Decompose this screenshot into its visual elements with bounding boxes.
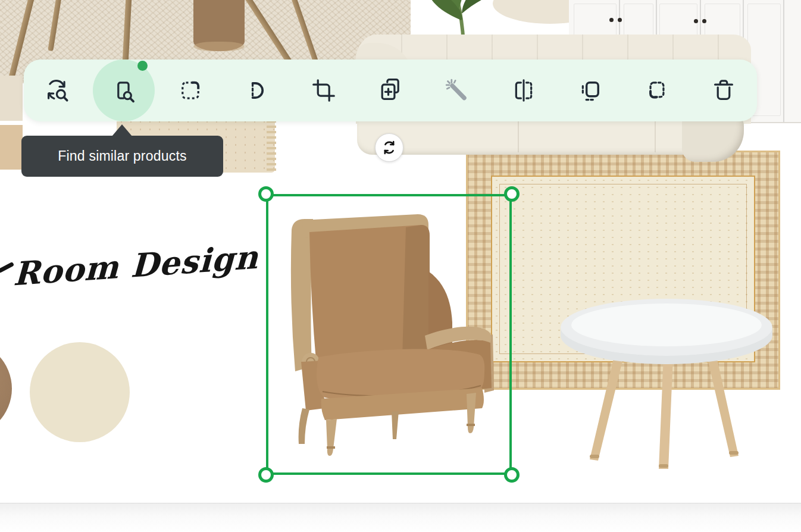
sofa-seam xyxy=(518,117,519,152)
cardboard-vase-rim xyxy=(193,42,245,51)
crop-icon xyxy=(310,77,337,104)
handwriting-stroke xyxy=(0,262,14,273)
rotate-handle[interactable] xyxy=(375,133,403,162)
magic-wand-icon xyxy=(443,77,471,104)
bring-forward-icon xyxy=(577,77,604,104)
flip-horizontal-button[interactable] xyxy=(503,70,544,111)
replace-search-button[interactable] xyxy=(37,70,77,111)
marquee-selection-icon xyxy=(177,77,204,104)
round-coffee-table[interactable] xyxy=(556,296,777,470)
tooltip: Find similar products xyxy=(21,136,223,177)
cabinet-knob xyxy=(618,18,622,22)
duplicate-add-icon xyxy=(377,77,404,104)
color-swatch-light[interactable] xyxy=(0,76,23,121)
sofa-seam xyxy=(655,117,656,152)
color-swatch-tan[interactable] xyxy=(0,125,23,170)
replace-search-icon xyxy=(43,77,71,104)
cabinet-knob xyxy=(694,19,698,23)
board-title[interactable]: Room Design xyxy=(12,242,192,293)
tooltip-label: Find similar products xyxy=(58,148,186,164)
crop-button[interactable] xyxy=(303,70,344,111)
trash-icon xyxy=(710,77,737,104)
tooltip-arrow xyxy=(112,124,132,136)
corner-radius-button[interactable] xyxy=(237,70,277,111)
selection-handle-bottom-right[interactable] xyxy=(504,467,520,483)
duplicate-add-button[interactable] xyxy=(370,70,411,111)
brown-circle[interactable] xyxy=(0,341,12,436)
delete-button[interactable] xyxy=(703,70,744,111)
pillow-fringe xyxy=(267,120,276,171)
bring-forward-button[interactable] xyxy=(570,70,611,111)
canvas-bottom-edge xyxy=(0,503,801,532)
magic-wand-button[interactable] xyxy=(437,70,477,111)
corner-radius-icon xyxy=(243,77,271,104)
find-similar-icon xyxy=(110,77,137,104)
selection-handle-top-left[interactable] xyxy=(258,186,274,202)
flip-horizontal-icon xyxy=(510,77,537,104)
selection-box[interactable] xyxy=(266,194,512,475)
marquee-selection-button[interactable] xyxy=(170,70,211,111)
send-backward-icon xyxy=(643,77,671,104)
selection-handle-top-right[interactable] xyxy=(504,186,520,202)
wooden-leg xyxy=(48,0,62,51)
send-backward-button[interactable] xyxy=(637,70,677,111)
cabinet-seam xyxy=(783,0,784,122)
new-feature-badge xyxy=(137,61,148,71)
cream-circle[interactable] xyxy=(30,342,130,442)
find-similar-products-button[interactable] xyxy=(104,70,144,111)
rotate-icon xyxy=(380,139,398,157)
cabinet-knob xyxy=(702,19,706,23)
design-canvas: Room Design xyxy=(0,0,801,532)
floating-toolbar xyxy=(24,60,757,121)
selection-handle-bottom-left[interactable] xyxy=(258,467,274,483)
cabinet-knob xyxy=(609,18,614,22)
